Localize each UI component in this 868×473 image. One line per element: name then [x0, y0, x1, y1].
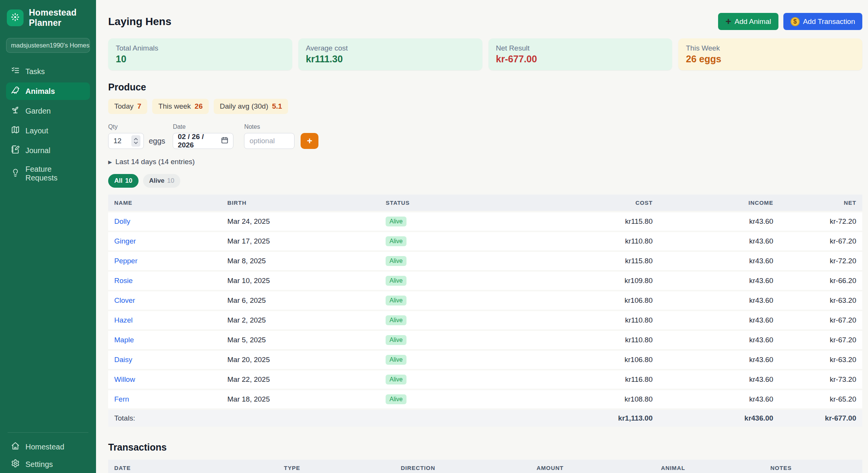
- add-transaction-button[interactable]: $ Add Transaction: [783, 13, 862, 30]
- chip-value: 5.1: [272, 102, 282, 111]
- animal-net: kr-63.20: [779, 291, 862, 310]
- sidebar-item-garden[interactable]: Garden: [6, 102, 90, 120]
- animal-name-link[interactable]: Clover: [114, 296, 135, 304]
- produce-stat-chips: Today 7 This week 26 Daily avg (30d) 5.1: [108, 99, 862, 114]
- animals-table: Name Birth Status Cost Income Net Dolly …: [108, 193, 862, 428]
- totals-income: kr436.00: [658, 410, 779, 427]
- stat-label: Average cost: [306, 44, 475, 52]
- animals-table-body: Dolly Mar 24, 2025 Alive kr115.80 kr43.6…: [108, 212, 862, 408]
- workspace-selector[interactable]: madsjustesen1990's Homestead: [6, 38, 90, 53]
- status-badge: Alive: [386, 256, 406, 266]
- chip-daily-avg: Daily avg (30d) 5.1: [214, 99, 288, 114]
- animal-name-link[interactable]: Rosie: [114, 277, 133, 285]
- sidebar-item-label: Animals: [25, 87, 55, 96]
- animal-income: kr43.60: [658, 272, 779, 290]
- animal-birth: Mar 6, 2025: [221, 291, 380, 310]
- chip-this-week: This week 26: [152, 99, 209, 114]
- table-row: Dolly Mar 24, 2025 Alive kr115.80 kr43.6…: [108, 212, 862, 231]
- add-animal-label: Add Animal: [735, 17, 771, 26]
- sidebar-item-feature-requests[interactable]: Feature Requests: [6, 161, 90, 186]
- stat-value: kr-677.00: [496, 54, 665, 65]
- animal-cost: kr116.80: [561, 370, 658, 389]
- animal-income: kr43.60: [658, 252, 779, 270]
- status-badge: Alive: [386, 276, 406, 286]
- date-label: Date: [173, 123, 233, 130]
- animal-cost: kr110.80: [561, 232, 658, 250]
- stat-card-average-cost: Average cost kr111.30: [298, 38, 482, 70]
- sidebar-item-settings[interactable]: Settings: [6, 456, 90, 473]
- date-value: 02 / 26 / 2026: [178, 133, 221, 149]
- journal-icon: [11, 145, 20, 156]
- col-direction: Direction: [395, 460, 531, 473]
- produce-history-label: Last 14 days (14 entries): [115, 158, 195, 166]
- plus-icon: +: [725, 16, 731, 26]
- sidebar: Homestead Planner madsjustesen1990's Hom…: [0, 0, 96, 473]
- add-animal-button[interactable]: + Add Animal: [718, 13, 778, 30]
- animal-name-link[interactable]: Willow: [114, 375, 135, 383]
- filter-alive[interactable]: Alive 10: [143, 174, 181, 188]
- col-cost: Cost: [561, 195, 658, 211]
- sidebar-item-label: Settings: [25, 460, 53, 469]
- notes-label: Notes: [244, 123, 295, 130]
- page-title: Laying Hens: [108, 16, 171, 28]
- sidebar-item-tasks[interactable]: Tasks: [6, 63, 90, 80]
- stats-row: Total Animals 10 Average cost kr111.30 N…: [108, 38, 862, 70]
- animal-name-link[interactable]: Maple: [114, 336, 134, 344]
- animal-birth: Mar 20, 2025: [221, 351, 380, 369]
- sidebar-item-journal[interactable]: Journal: [6, 142, 90, 159]
- sun-icon: [10, 12, 20, 24]
- animal-birth: Mar 8, 2025: [221, 252, 380, 270]
- brand: Homestead Planner: [6, 7, 90, 29]
- animal-name-link[interactable]: Dolly: [114, 217, 130, 225]
- totals-net: kr-677.00: [779, 410, 862, 427]
- table-row: Willow Mar 22, 2025 Alive kr116.80 kr43.…: [108, 370, 862, 389]
- animal-income: kr43.60: [658, 212, 779, 231]
- col-type: Type: [278, 460, 395, 473]
- animal-cost: kr110.80: [561, 311, 658, 329]
- animal-income: kr43.60: [658, 291, 779, 310]
- chip-label: Daily avg (30d): [220, 102, 268, 111]
- transactions-table: Date Type Direction Amount Animal Notes …: [108, 458, 862, 473]
- animal-income: kr43.60: [658, 351, 779, 369]
- animal-cost: kr110.80: [561, 331, 658, 349]
- animal-name-link[interactable]: Ginger: [114, 237, 136, 245]
- animal-name-link[interactable]: Hazel: [114, 316, 133, 324]
- table-row: Fern Mar 18, 2025 Alive kr108.80 kr43.60…: [108, 390, 862, 408]
- chevron-down-icon: [134, 141, 138, 144]
- qty-value: 12: [113, 137, 121, 145]
- status-badge: Alive: [386, 355, 406, 365]
- animal-income: kr43.60: [658, 311, 779, 329]
- animal-net: kr-66.20: [779, 272, 862, 290]
- stepper-arrows[interactable]: [131, 135, 140, 147]
- animal-name-link[interactable]: Pepper: [114, 257, 137, 265]
- table-row: Clover Mar 6, 2025 Alive kr106.80 kr43.6…: [108, 291, 862, 310]
- table-row: Ginger Mar 17, 2025 Alive kr110.80 kr43.…: [108, 232, 862, 250]
- table-row: Rosie Mar 10, 2025 Alive kr109.80 kr43.6…: [108, 272, 862, 290]
- filter-all[interactable]: All 10: [108, 174, 139, 188]
- bird-icon: [11, 86, 20, 96]
- sidebar-item-layout[interactable]: Layout: [6, 122, 90, 139]
- col-name: Name: [108, 195, 221, 211]
- tasks-icon: [11, 66, 20, 77]
- log-eggs-button[interactable]: +: [301, 133, 318, 149]
- totals-label: Totals:: [108, 410, 221, 427]
- animal-cost: kr115.80: [561, 252, 658, 270]
- notes-input[interactable]: [244, 133, 295, 149]
- animal-filters: All 10 Alive 10: [108, 174, 862, 188]
- sidebar-item-homestead[interactable]: Homestead: [6, 438, 90, 456]
- sidebar-item-animals[interactable]: Animals: [6, 82, 90, 100]
- animal-name-link[interactable]: Daisy: [114, 356, 132, 364]
- animal-name-link[interactable]: Fern: [114, 395, 129, 403]
- date-input[interactable]: 02 / 26 / 2026: [173, 133, 233, 149]
- stat-card-net-result: Net Result kr-677.00: [488, 38, 673, 70]
- calendar-icon[interactable]: [221, 136, 228, 146]
- status-badge: Alive: [386, 236, 406, 246]
- produce-history-toggle[interactable]: ▶ Last 14 days (14 entries): [108, 158, 862, 166]
- animal-birth: Mar 17, 2025: [221, 232, 380, 250]
- stat-card-this-week: This Week 26 eggs: [678, 38, 862, 70]
- chip-today: Today 7: [108, 99, 147, 114]
- quantity-stepper[interactable]: 12: [108, 133, 144, 149]
- stat-label: Total Animals: [116, 44, 285, 52]
- stat-value: 26 eggs: [686, 54, 855, 65]
- status-badge: Alive: [386, 217, 406, 226]
